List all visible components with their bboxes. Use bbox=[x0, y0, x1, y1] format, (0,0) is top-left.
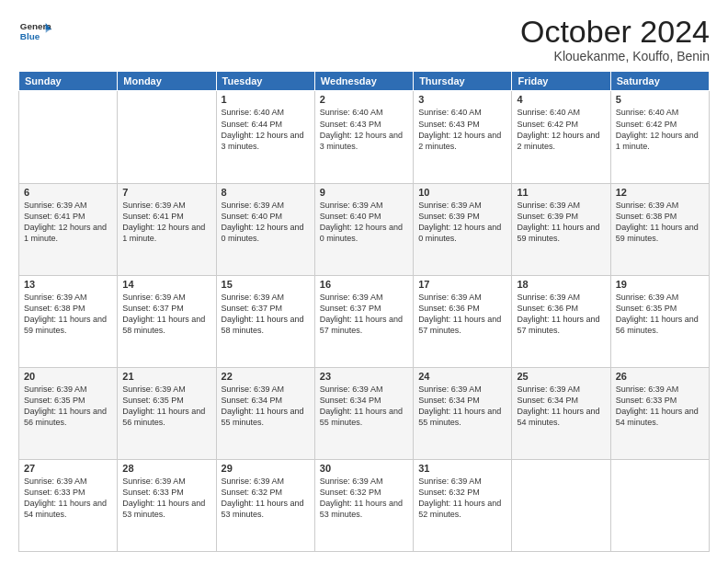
cell-info: Sunrise: 6:40 AMSunset: 6:44 PMDaylight:… bbox=[222, 107, 310, 152]
day-number: 4 bbox=[517, 94, 605, 105]
calendar-cell bbox=[512, 459, 610, 551]
day-number: 24 bbox=[418, 371, 506, 382]
day-number: 9 bbox=[320, 187, 408, 198]
cell-info: Sunrise: 6:40 AMSunset: 6:42 PMDaylight:… bbox=[616, 107, 704, 152]
calendar-cell: 22Sunrise: 6:39 AMSunset: 6:34 PMDayligh… bbox=[216, 367, 314, 459]
day-number: 28 bbox=[122, 463, 210, 474]
calendar-cell: 13Sunrise: 6:39 AMSunset: 6:38 PMDayligh… bbox=[19, 275, 118, 367]
calendar-cell: 9Sunrise: 6:39 AMSunset: 6:40 PMDaylight… bbox=[314, 183, 413, 275]
cell-info: Sunrise: 6:39 AMSunset: 6:38 PMDaylight:… bbox=[616, 200, 704, 245]
day-number: 30 bbox=[320, 463, 408, 474]
day-of-week-row: SundayMondayTuesdayWednesdayThursdayFrid… bbox=[19, 72, 710, 91]
day-of-week-header: Friday bbox=[512, 72, 610, 91]
day-number: 18 bbox=[517, 279, 605, 290]
calendar-cell: 21Sunrise: 6:39 AMSunset: 6:35 PMDayligh… bbox=[118, 367, 216, 459]
day-number: 23 bbox=[320, 371, 408, 382]
day-number: 15 bbox=[222, 279, 310, 290]
calendar-cell: 25Sunrise: 6:39 AMSunset: 6:34 PMDayligh… bbox=[512, 367, 610, 459]
cell-info: Sunrise: 6:39 AMSunset: 6:34 PMDaylight:… bbox=[418, 384, 506, 429]
calendar-cell: 8Sunrise: 6:39 AMSunset: 6:40 PMDaylight… bbox=[216, 183, 314, 275]
day-number: 29 bbox=[222, 463, 310, 474]
calendar-week-row: 6Sunrise: 6:39 AMSunset: 6:41 PMDaylight… bbox=[19, 183, 710, 275]
day-number: 11 bbox=[517, 187, 605, 198]
cell-info: Sunrise: 6:39 AMSunset: 6:32 PMDaylight:… bbox=[222, 476, 310, 521]
calendar-cell: 16Sunrise: 6:39 AMSunset: 6:37 PMDayligh… bbox=[314, 275, 413, 367]
cell-info: Sunrise: 6:39 AMSunset: 6:33 PMDaylight:… bbox=[24, 476, 112, 521]
calendar-cell: 6Sunrise: 6:39 AMSunset: 6:41 PMDaylight… bbox=[19, 183, 118, 275]
logo: General Blue bbox=[18, 15, 51, 48]
calendar-cell: 20Sunrise: 6:39 AMSunset: 6:35 PMDayligh… bbox=[19, 367, 118, 459]
calendar-table: SundayMondayTuesdayWednesdayThursdayFrid… bbox=[18, 71, 710, 552]
calendar-week-row: 1Sunrise: 6:40 AMSunset: 6:44 PMDaylight… bbox=[19, 91, 710, 183]
cell-info: Sunrise: 6:39 AMSunset: 6:34 PMDaylight:… bbox=[320, 384, 408, 429]
day-number: 21 bbox=[122, 371, 210, 382]
cell-info: Sunrise: 6:39 AMSunset: 6:38 PMDaylight:… bbox=[24, 292, 112, 337]
calendar-week-row: 13Sunrise: 6:39 AMSunset: 6:38 PMDayligh… bbox=[19, 275, 710, 367]
calendar-cell: 5Sunrise: 6:40 AMSunset: 6:42 PMDaylight… bbox=[610, 91, 709, 183]
day-number: 16 bbox=[320, 279, 408, 290]
day-number: 12 bbox=[616, 187, 704, 198]
day-number: 6 bbox=[24, 187, 112, 198]
calendar-cell: 29Sunrise: 6:39 AMSunset: 6:32 PMDayligh… bbox=[216, 459, 314, 551]
day-number: 13 bbox=[24, 279, 112, 290]
day-of-week-header: Sunday bbox=[19, 72, 118, 91]
day-number: 2 bbox=[320, 94, 408, 105]
day-number: 31 bbox=[418, 463, 506, 474]
calendar-cell: 17Sunrise: 6:39 AMSunset: 6:36 PMDayligh… bbox=[414, 275, 512, 367]
calendar-cell: 10Sunrise: 6:39 AMSunset: 6:39 PMDayligh… bbox=[414, 183, 512, 275]
calendar-cell: 24Sunrise: 6:39 AMSunset: 6:34 PMDayligh… bbox=[414, 367, 512, 459]
day-of-week-header: Thursday bbox=[414, 72, 512, 91]
calendar-cell bbox=[610, 459, 709, 551]
calendar-week-row: 27Sunrise: 6:39 AMSunset: 6:33 PMDayligh… bbox=[19, 459, 710, 551]
day-of-week-header: Wednesday bbox=[314, 72, 413, 91]
cell-info: Sunrise: 6:39 AMSunset: 6:40 PMDaylight:… bbox=[320, 200, 408, 245]
calendar-cell: 30Sunrise: 6:39 AMSunset: 6:32 PMDayligh… bbox=[314, 459, 413, 551]
cell-info: Sunrise: 6:39 AMSunset: 6:39 PMDaylight:… bbox=[517, 200, 605, 245]
day-number: 5 bbox=[616, 94, 704, 105]
day-number: 8 bbox=[222, 187, 310, 198]
calendar-cell: 2Sunrise: 6:40 AMSunset: 6:43 PMDaylight… bbox=[314, 91, 413, 183]
day-number: 1 bbox=[222, 94, 310, 105]
calendar-cell: 27Sunrise: 6:39 AMSunset: 6:33 PMDayligh… bbox=[19, 459, 118, 551]
logo-icon: General Blue bbox=[18, 15, 51, 48]
page: General Blue October 2024 Klouekanme, Ko… bbox=[0, 0, 728, 563]
calendar-cell: 15Sunrise: 6:39 AMSunset: 6:37 PMDayligh… bbox=[216, 275, 314, 367]
calendar-cell bbox=[118, 91, 216, 183]
day-of-week-header: Saturday bbox=[610, 72, 709, 91]
calendar-cell: 14Sunrise: 6:39 AMSunset: 6:37 PMDayligh… bbox=[118, 275, 216, 367]
day-of-week-header: Tuesday bbox=[216, 72, 314, 91]
cell-info: Sunrise: 6:39 AMSunset: 6:37 PMDaylight:… bbox=[122, 292, 210, 337]
calendar-cell: 26Sunrise: 6:39 AMSunset: 6:33 PMDayligh… bbox=[610, 367, 709, 459]
day-number: 22 bbox=[222, 371, 310, 382]
day-number: 17 bbox=[418, 279, 506, 290]
cell-info: Sunrise: 6:39 AMSunset: 6:35 PMDaylight:… bbox=[122, 384, 210, 429]
calendar-cell: 12Sunrise: 6:39 AMSunset: 6:38 PMDayligh… bbox=[610, 183, 709, 275]
calendar-cell: 1Sunrise: 6:40 AMSunset: 6:44 PMDaylight… bbox=[216, 91, 314, 183]
cell-info: Sunrise: 6:39 AMSunset: 6:34 PMDaylight:… bbox=[517, 384, 605, 429]
cell-info: Sunrise: 6:39 AMSunset: 6:33 PMDaylight:… bbox=[122, 476, 210, 521]
cell-info: Sunrise: 6:39 AMSunset: 6:41 PMDaylight:… bbox=[24, 200, 112, 245]
cell-info: Sunrise: 6:39 AMSunset: 6:32 PMDaylight:… bbox=[320, 476, 408, 521]
svg-text:Blue: Blue bbox=[20, 31, 40, 41]
cell-info: Sunrise: 6:39 AMSunset: 6:40 PMDaylight:… bbox=[222, 200, 310, 245]
month-title: October 2024 bbox=[520, 15, 710, 49]
day-number: 25 bbox=[517, 371, 605, 382]
calendar-cell: 7Sunrise: 6:39 AMSunset: 6:41 PMDaylight… bbox=[118, 183, 216, 275]
cell-info: Sunrise: 6:39 AMSunset: 6:37 PMDaylight:… bbox=[320, 292, 408, 337]
cell-info: Sunrise: 6:39 AMSunset: 6:35 PMDaylight:… bbox=[24, 384, 112, 429]
day-number: 7 bbox=[122, 187, 210, 198]
calendar-week-row: 20Sunrise: 6:39 AMSunset: 6:35 PMDayligh… bbox=[19, 367, 710, 459]
cell-info: Sunrise: 6:39 AMSunset: 6:35 PMDaylight:… bbox=[616, 292, 704, 337]
header: General Blue October 2024 Klouekanme, Ko… bbox=[18, 15, 710, 63]
cell-info: Sunrise: 6:39 AMSunset: 6:36 PMDaylight:… bbox=[418, 292, 506, 337]
calendar-body: 1Sunrise: 6:40 AMSunset: 6:44 PMDaylight… bbox=[19, 91, 710, 552]
cell-info: Sunrise: 6:39 AMSunset: 6:34 PMDaylight:… bbox=[222, 384, 310, 429]
day-number: 14 bbox=[122, 279, 210, 290]
day-number: 27 bbox=[24, 463, 112, 474]
calendar-cell: 18Sunrise: 6:39 AMSunset: 6:36 PMDayligh… bbox=[512, 275, 610, 367]
cell-info: Sunrise: 6:39 AMSunset: 6:37 PMDaylight:… bbox=[222, 292, 310, 337]
day-number: 19 bbox=[616, 279, 704, 290]
cell-info: Sunrise: 6:39 AMSunset: 6:33 PMDaylight:… bbox=[616, 384, 704, 429]
day-number: 10 bbox=[418, 187, 506, 198]
day-number: 26 bbox=[616, 371, 704, 382]
